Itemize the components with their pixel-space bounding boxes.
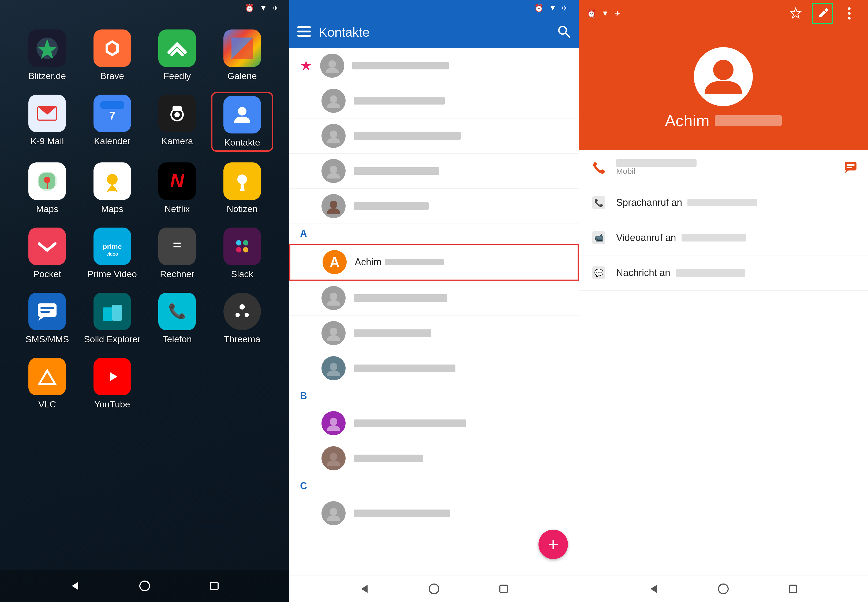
contact-row-fav3[interactable] xyxy=(289,118,579,154)
app-slack[interactable]: Slack xyxy=(211,225,274,282)
recent-button-contacts[interactable] xyxy=(496,581,512,597)
app-maps2[interactable]: Maps xyxy=(81,160,144,217)
sms-action-button[interactable] xyxy=(844,160,857,175)
contact-row-a2[interactable] xyxy=(289,281,579,316)
svg-text:prime: prime xyxy=(103,243,122,250)
hamburger-button[interactable] xyxy=(297,26,311,38)
svg-point-73 xyxy=(330,201,337,208)
svg-rect-64 xyxy=(297,26,311,28)
svg-text:📞: 📞 xyxy=(594,198,603,207)
wifi-icon3: ▼ xyxy=(602,9,609,18)
kontakte-icon xyxy=(224,96,261,134)
app-solidexplorer[interactable]: Solid Explorer xyxy=(81,290,144,347)
app-notizen[interactable]: Notizen xyxy=(211,160,274,217)
contact-row-c1[interactable] xyxy=(289,496,579,531)
contact-row-fav2[interactable] xyxy=(289,83,579,118)
youtube-label: YouTube xyxy=(94,399,130,410)
slack-icon xyxy=(224,227,261,265)
rechner-label: Rechner xyxy=(160,269,194,279)
primevideo-label: Prime Video xyxy=(87,269,137,279)
hero-name-blur xyxy=(715,115,782,126)
hero-avatar xyxy=(694,47,753,106)
threema-icon xyxy=(224,293,261,330)
contact-name-c1 xyxy=(354,510,450,517)
svg-point-85 xyxy=(713,60,733,80)
svg-point-37 xyxy=(236,240,241,246)
app-kalender[interactable]: 7 Kalender xyxy=(81,92,144,152)
app-rechner[interactable]: = Rechner xyxy=(146,225,208,282)
svg-rect-29 xyxy=(240,189,245,191)
detail-sprachanruf-row[interactable]: 📞 Sprachanruf an xyxy=(579,185,868,220)
app-kamera[interactable]: Kamera xyxy=(146,92,208,152)
videoanruf-content: Videoanruf an xyxy=(616,232,857,243)
detail-phone-row[interactable]: Mobil xyxy=(579,150,868,185)
contact-row-fav4[interactable] xyxy=(289,154,579,189)
svg-marker-61 xyxy=(72,582,78,590)
search-button[interactable] xyxy=(557,25,571,39)
contact-avatar-a3 xyxy=(321,321,346,345)
edit-button[interactable] xyxy=(812,3,833,24)
app-blitzer[interactable]: Blitzer.de xyxy=(16,27,78,84)
svg-point-76 xyxy=(330,363,337,370)
svg-point-74 xyxy=(330,293,337,300)
contact-avatar-fav3 xyxy=(321,124,346,148)
contact-name-fav4 xyxy=(354,167,439,175)
blitzer-label: Blitzer.de xyxy=(28,71,66,81)
app-maps1[interactable]: Maps xyxy=(16,160,78,217)
telefon-icon: 📞 xyxy=(158,293,196,330)
app-k9mail[interactable]: K-9 Mail xyxy=(16,92,78,152)
contact-name-a2 xyxy=(354,294,447,302)
recent-button[interactable] xyxy=(206,578,222,594)
nachricht-content: Nachricht an xyxy=(616,267,857,278)
back-button-contacts[interactable] xyxy=(356,581,372,597)
svg-rect-63 xyxy=(211,582,218,590)
app-smsmms[interactable]: SMS/MMS xyxy=(16,290,78,347)
solidexplorer-icon xyxy=(93,293,131,330)
app-threema[interactable]: Threema xyxy=(211,290,274,347)
svg-text:📞: 📞 xyxy=(168,303,187,320)
back-button[interactable] xyxy=(67,578,83,594)
app-vlc[interactable]: VLC xyxy=(16,355,78,412)
app-pocket[interactable]: Pocket xyxy=(16,225,78,282)
kalender-icon: 7 xyxy=(93,95,131,132)
svg-rect-88 xyxy=(847,164,854,166)
app-galerie[interactable]: Galerie xyxy=(211,27,274,84)
contact-row-a3[interactable] xyxy=(289,316,579,351)
back-button-detail[interactable] xyxy=(646,581,662,597)
sprachanruf-value: Sprachanruf an xyxy=(616,197,857,208)
detail-top-bar: ⏰ ▼ ✈ xyxy=(579,0,868,27)
app-youtube[interactable]: YouTube xyxy=(81,355,144,412)
app-kontakte[interactable]: Kontakte xyxy=(211,92,274,152)
detail-content: Mobil 📞 Sprachanruf an 📹 xyxy=(579,150,868,575)
app-netflix[interactable]: N Netflix xyxy=(146,160,208,217)
more-options-button[interactable] xyxy=(839,3,860,24)
contact-row-b2[interactable] xyxy=(289,441,579,476)
pocket-icon xyxy=(28,227,66,265)
svg-rect-45 xyxy=(40,311,50,313)
contact-row-fav5[interactable] xyxy=(289,189,579,224)
app-telefon[interactable]: 📞 Telefon xyxy=(146,290,208,347)
app-feedly[interactable]: Feedly xyxy=(146,27,208,84)
app-brave[interactable]: Brave xyxy=(81,27,144,84)
contact-row-achim[interactable]: A Achim xyxy=(289,244,579,281)
app-primevideo[interactable]: primevideo Prime Video xyxy=(81,225,144,282)
detail-nachricht-row[interactable]: 💬 Nachricht an xyxy=(579,255,868,290)
home-button-detail[interactable] xyxy=(715,581,731,597)
home-screen: ⏰ ▼ ✈ Blitzer.de Brave Feedly xyxy=(0,0,289,602)
detail-videoanruf-row[interactable]: 📹 Videoanruf an xyxy=(579,220,868,255)
contact-name-b2 xyxy=(354,455,423,462)
home-button[interactable] xyxy=(137,578,153,594)
add-contact-fab[interactable]: + xyxy=(539,530,568,559)
contact-avatar-fav1 xyxy=(320,54,344,78)
wifi-icon2: ▼ xyxy=(549,4,556,12)
contact-row-fav1[interactable]: ★ xyxy=(289,48,579,83)
svg-rect-44 xyxy=(40,307,54,309)
status-bar: ⏰ ▼ ✈ xyxy=(0,0,289,16)
contact-row-b1[interactable] xyxy=(289,406,579,441)
star-button[interactable] xyxy=(785,3,807,24)
recent-button-detail[interactable] xyxy=(785,581,801,597)
contact-row-a4[interactable] xyxy=(289,351,579,386)
home-button-contacts[interactable] xyxy=(426,581,442,597)
section-c-label: C xyxy=(289,476,579,496)
k9mail-icon xyxy=(28,95,66,132)
